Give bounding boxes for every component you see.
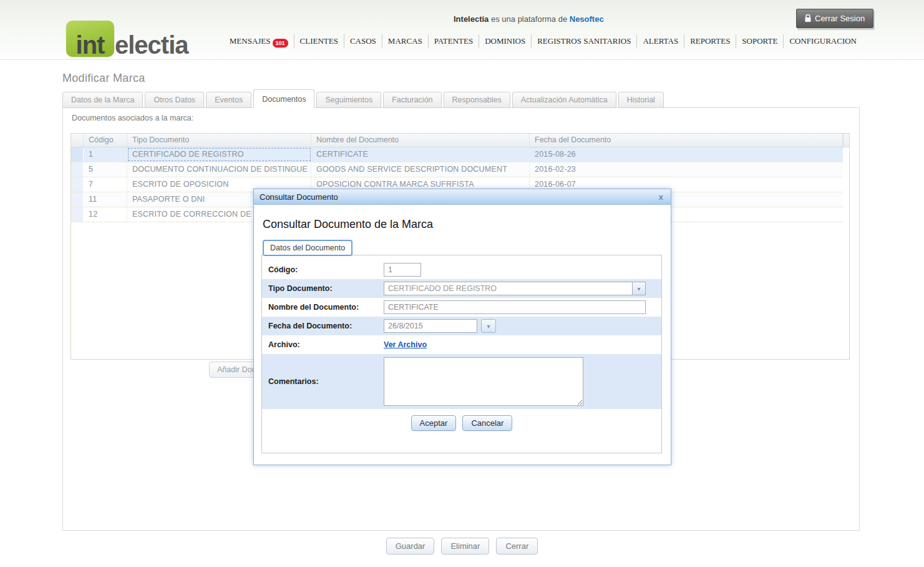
logo-text-electia: electia xyxy=(115,34,188,57)
form-row-tipo-documento: Tipo Documento: CERTIFICADO DE REGISTRO … xyxy=(262,279,661,298)
nombre-documento-label: Nombre del Documento: xyxy=(268,303,384,312)
main-navigation: MENSAJES 101 CLIENTES CASOS MARCAS PATEN… xyxy=(224,31,862,51)
platform-tagline: Intelectia es una plataforma de Nesoftec xyxy=(454,14,604,24)
fecha-documento-label: Fecha del Documento: xyxy=(268,322,384,330)
codigo-field[interactable] xyxy=(384,263,421,277)
form-row-comentarios: Comentarios: xyxy=(262,354,661,409)
nav-item-clientes[interactable]: CLIENTES xyxy=(294,34,344,48)
archivo-label: Archivo: xyxy=(268,340,384,349)
tab-historial[interactable]: Historial xyxy=(618,92,664,108)
consultar-documento-dialog: Consultar Documento x Consultar Document… xyxy=(253,189,671,465)
tab-responsables[interactable]: Responsables xyxy=(444,92,510,108)
date-picker-button[interactable]: ▾ xyxy=(481,319,496,333)
logout-button[interactable]: Cerrar Sesion xyxy=(796,9,873,28)
tipo-documento-select[interactable]: CERTIFICADO DE REGISTRO ▾ xyxy=(384,282,646,295)
column-header-tipo-documento[interactable]: Tipo Documento xyxy=(127,134,311,147)
dialog-heading: Consultar Documento de la Marca xyxy=(263,218,671,231)
chevron-down-icon: ▾ xyxy=(487,323,490,330)
unread-count-badge: 101 xyxy=(273,39,288,47)
tab-documentos[interactable]: Documentos xyxy=(253,89,314,108)
codigo-label: Código: xyxy=(268,265,384,274)
header-gutter-cell xyxy=(71,134,84,147)
nav-item-mensajes[interactable]: MENSAJES 101 xyxy=(224,33,294,49)
footer-action-bar: Guardar Eliminar Cerrar xyxy=(0,538,924,555)
tab-datos-de-la-marca[interactable]: Datos de la Marca xyxy=(62,92,143,108)
document-form: Código: Tipo Documento: CERTIFICADO DE R… xyxy=(261,255,662,453)
nav-item-configuracion[interactable]: CONFIGURACION xyxy=(783,34,862,48)
chevron-down-icon[interactable]: ▾ xyxy=(632,282,645,295)
nav-item-marcas[interactable]: MARCAS xyxy=(382,34,428,48)
nav-item-alertas[interactable]: ALERTAS xyxy=(636,34,684,48)
nav-item-patentes[interactable]: PATENTES xyxy=(428,34,479,48)
save-button[interactable]: Guardar xyxy=(386,538,435,555)
dialog-title: Consultar Documento xyxy=(260,192,338,202)
close-icon[interactable]: x xyxy=(657,192,665,202)
table-header-row: Código Tipo Documento Nombre del Documen… xyxy=(71,134,849,147)
form-row-archivo: Archivo: Ver Archivo xyxy=(262,335,661,354)
lock-icon xyxy=(805,14,811,22)
tipo-documento-value: CERTIFICADO DE REGISTRO xyxy=(384,284,632,293)
column-header-nombre-documento[interactable]: Nombre del Documento xyxy=(311,134,530,147)
comentarios-field[interactable] xyxy=(384,357,583,406)
tagline-text: es una plataforma de xyxy=(491,14,567,24)
logo-green-box: int xyxy=(66,21,114,57)
form-row-nombre-documento: Nombre del Documento: xyxy=(262,298,661,317)
header-scrollbar-spacer xyxy=(843,134,849,147)
tab-otros-datos[interactable]: Otros Datos xyxy=(145,92,204,108)
view-file-link[interactable]: Ver Archivo xyxy=(384,340,427,349)
tab-eventos[interactable]: Eventos xyxy=(206,92,251,108)
table-row[interactable]: 5 DOCUMENTO CONTINUACION DE DISTINGUE GO… xyxy=(71,162,843,177)
tab-datos-del-documento[interactable]: Datos del Documento xyxy=(263,240,353,256)
close-button[interactable]: Cerrar xyxy=(496,538,538,555)
tab-seguimientos[interactable]: Seguimientos xyxy=(316,92,381,108)
nav-item-dominios[interactable]: DOMINIOS xyxy=(479,34,531,48)
comentarios-label: Comentarios: xyxy=(268,377,384,386)
dialog-titlebar[interactable]: Consultar Documento x xyxy=(254,189,671,205)
form-row-fecha-documento: Fecha del Documento: ▾ xyxy=(262,317,661,335)
tagline-brand: Intelectia xyxy=(454,14,489,24)
nombre-documento-field[interactable] xyxy=(384,300,646,314)
column-header-fecha-documento[interactable]: Fecha del Documento xyxy=(530,134,843,147)
marca-tabs: Datos de la Marca Otros Datos Eventos Do… xyxy=(62,92,666,108)
logout-label: Cerrar Sesion xyxy=(815,14,865,23)
section-label: Documentos asociados a la marca: xyxy=(72,114,193,122)
tab-facturacion[interactable]: Facturación xyxy=(383,92,441,108)
dialog-button-bar: Aceptar Cancelar xyxy=(262,409,661,431)
tab-actualizacion-automatica[interactable]: Actualización Automática xyxy=(512,92,616,108)
nav-item-registros-sanitarios[interactable]: REGISTROS SANITARIOS xyxy=(531,34,636,48)
fecha-documento-field[interactable] xyxy=(384,319,477,333)
cancel-button[interactable]: Cancelar xyxy=(462,415,512,431)
column-header-codigo[interactable]: Código xyxy=(84,134,127,147)
table-row[interactable]: 1 CERTIFICADO DE REGISTRO CERTIFICATE 20… xyxy=(71,147,843,162)
tagline-company-link[interactable]: Nesoftec xyxy=(570,14,604,24)
nav-item-soporte[interactable]: SOPORTE xyxy=(736,34,783,48)
delete-button[interactable]: Eliminar xyxy=(441,538,489,555)
nav-item-casos[interactable]: CASOS xyxy=(344,34,382,48)
intelectia-logo[interactable]: int electia xyxy=(66,21,188,57)
logo-text-int: int xyxy=(76,34,105,57)
tipo-documento-label: Tipo Documento: xyxy=(268,284,384,293)
form-row-codigo: Código: xyxy=(262,260,661,279)
page-title: Modificar Marca xyxy=(62,72,145,85)
accept-button[interactable]: Aceptar xyxy=(411,415,457,431)
nav-item-reportes[interactable]: REPORTES xyxy=(684,34,736,48)
